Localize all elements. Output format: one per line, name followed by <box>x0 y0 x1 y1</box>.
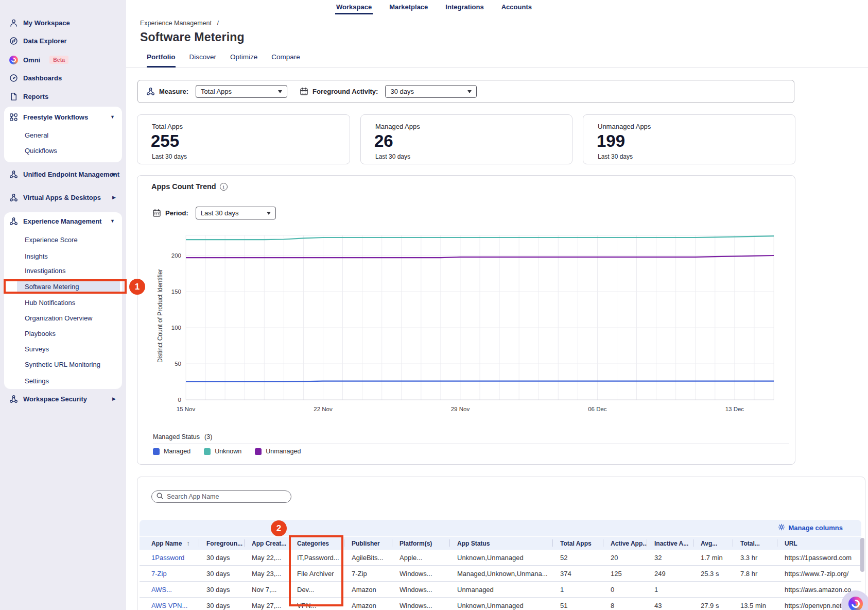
column-header-categories[interactable]: Categories <box>297 537 344 550</box>
top-nav-integrations[interactable]: Integrations <box>444 3 484 14</box>
column-divider <box>733 539 733 547</box>
app-name-link[interactable]: 1Password <box>151 550 199 566</box>
sidebar-item-surveys[interactable]: Surveys <box>25 343 49 354</box>
sidebar-item-organization-overview[interactable]: Organization Overview <box>25 312 93 324</box>
chevron-right-icon[interactable]: ▶ <box>112 172 116 177</box>
column-header-publisher[interactable]: Publisher <box>352 537 392 550</box>
tab-portfolio[interactable]: Portfolio <box>147 53 176 67</box>
legend-item-unknown[interactable]: Unknown <box>204 448 241 455</box>
table-cell: 51 <box>560 598 603 610</box>
sidebar-item-settings[interactable]: Settings <box>25 375 49 386</box>
annotation-step-2: 2 <box>271 520 287 536</box>
breadcrumb[interactable]: Experience Management / <box>140 20 219 27</box>
table-row-aws-vpn[interactable]: AWS VPN...30 daysMay 27,...VPN...AmazonW… <box>140 598 861 610</box>
column-header-inactive-a[interactable]: Inactive A... <box>654 537 693 550</box>
app-name-link[interactable]: AWS... <box>151 582 199 598</box>
foreground-activity-label: Foreground Activity: <box>313 88 378 95</box>
sidebar-group-freestyle-workflows[interactable]: Freestyle Workflows <box>9 111 88 123</box>
table-toolbar: Manage columns <box>140 520 861 536</box>
sidebar-item-label: Data Explorer <box>23 37 67 45</box>
search-input[interactable] <box>167 493 287 500</box>
sidebar-group-experience-management[interactable]: Experience Management <box>9 215 101 227</box>
table-cell: 7.8 hr <box>740 566 777 582</box>
sidebar-item-omni[interactable]: OmniBeta <box>9 54 68 65</box>
sidebar-group-card-experience-management: Experience Management▼Experience ScoreIn… <box>4 212 122 389</box>
table-cell: Amazon <box>352 582 392 598</box>
stat-card-label: Managed Apps <box>375 123 420 130</box>
top-nav-marketplace[interactable]: Marketplace <box>388 3 429 14</box>
table-row-aws[interactable]: AWS...30 daysNov 7,...Dev...AmazonWindow… <box>140 582 861 598</box>
table-cell: 30 days <box>206 566 244 582</box>
app-name-link[interactable]: AWS VPN... <box>151 598 199 610</box>
top-nav-workspace[interactable]: Workspace <box>335 3 373 14</box>
table-cell: https://1password.com <box>785 550 861 566</box>
apps-count-trend-card: Apps Count Trend i Period: Last 30 days … <box>137 175 795 465</box>
app-name-link[interactable]: 7-Zip <box>151 566 199 582</box>
column-header-platform-s[interactable]: Platform(s) <box>400 537 449 550</box>
chevron-down-icon[interactable]: ▼ <box>110 218 115 224</box>
table-cell: 27.9 s <box>701 598 733 610</box>
column-divider <box>344 539 344 547</box>
table-cell: 20 <box>611 550 647 566</box>
top-nav-accounts[interactable]: Accounts <box>500 3 533 14</box>
table-cell: 52 <box>560 550 603 566</box>
sidebar-item-playbooks[interactable]: Playbooks <box>25 328 56 339</box>
legend-item-unmanaged[interactable]: Unmanaged <box>255 448 301 455</box>
sidebar-item-software-metering[interactable]: Software Metering <box>25 281 79 292</box>
legend-item-managed[interactable]: Managed <box>153 448 190 455</box>
sidebar-item-investigations[interactable]: Investigations <box>25 265 66 276</box>
breadcrumb-text[interactable]: Experience Management <box>140 20 212 27</box>
chevron-down-icon[interactable]: ▼ <box>110 114 115 120</box>
table-row-7-zip[interactable]: 7-Zip30 daysMay 23,...File Archiver7-Zip… <box>140 566 861 582</box>
tab-optimize[interactable]: Optimize <box>230 53 257 67</box>
svg-text:100: 100 <box>171 325 181 331</box>
sidebar-item-dashboards[interactable]: Dashboards <box>9 72 62 83</box>
sidebar-group-virtual-apps-desktops[interactable]: Virtual Apps & Desktops <box>9 192 101 203</box>
app-root: WorkspaceMarketplaceIntegrationsAccounts… <box>0 0 868 610</box>
sidebar-group-unified-endpoint-management[interactable]: Unified Endpoint Management <box>9 168 119 180</box>
column-header-active-app[interactable]: Active App... <box>611 537 647 550</box>
measure-select[interactable]: Total Apps <box>196 85 287 98</box>
sidebar-group-workspace-security[interactable]: Workspace Security <box>9 393 87 404</box>
table-scrollbar[interactable] <box>860 538 864 572</box>
column-header-app-name[interactable]: App Name↑ <box>151 537 199 550</box>
svg-text:15 Nov: 15 Nov <box>177 406 196 412</box>
svg-text:13 Dec: 13 Dec <box>725 406 744 412</box>
column-header-url[interactable]: URL <box>785 537 861 550</box>
app-search <box>151 490 291 503</box>
tab-compare[interactable]: Compare <box>271 53 300 67</box>
sidebar-item-quickflows[interactable]: Quickflows <box>25 145 57 156</box>
workflow-icon <box>9 113 18 122</box>
sidebar-item-my-workspace[interactable]: My Workspace <box>9 17 70 28</box>
sidebar-item-insights[interactable]: Insights <box>25 250 48 262</box>
sidebar-item-reports[interactable]: Reports <box>9 91 48 102</box>
column-header-foregroun[interactable]: Foregroun... <box>206 537 244 550</box>
sidebar-item-general[interactable]: General <box>25 129 48 141</box>
tab-discover[interactable]: Discover <box>189 53 217 67</box>
sidebar-item-experience-score[interactable]: Experience Score <box>25 234 78 245</box>
sidebar-item-synthetic-url-monitoring[interactable]: Synthetic URL Monitoring <box>25 359 100 370</box>
column-divider <box>199 539 199 547</box>
table-cell: Dev... <box>297 582 344 598</box>
foreground-activity-select[interactable]: 30 days <box>385 85 477 98</box>
chevron-right-icon[interactable]: ▶ <box>112 396 116 401</box>
table-cell: 32 <box>654 550 693 566</box>
sidebar-item-hub-notifications[interactable]: Hub Notifications <box>25 297 75 308</box>
manage-columns-button[interactable]: Manage columns <box>778 523 843 532</box>
column-header-avg[interactable]: Avg... <box>701 537 733 550</box>
table-cell: May 23,... <box>252 566 289 582</box>
assistant-logo-icon <box>848 597 863 610</box>
sidebar-item-data-explorer[interactable]: Data Explorer <box>9 35 67 46</box>
chevron-right-icon[interactable]: ▶ <box>112 195 116 200</box>
table-row-1password[interactable]: 1Password30 daysMay 22,...IT,Password...… <box>140 550 861 566</box>
cluster-icon <box>9 217 18 226</box>
column-header-app-creat[interactable]: App Creat... <box>252 537 289 550</box>
top-nav: WorkspaceMarketplaceIntegrationsAccounts <box>0 0 868 14</box>
column-header-total[interactable]: Total... <box>740 537 777 550</box>
svg-text:200: 200 <box>171 252 181 259</box>
column-header-app-status[interactable]: App Status <box>457 537 552 550</box>
measure-select-value: Total Apps <box>201 88 232 95</box>
column-header-total-apps[interactable]: Total Apps <box>560 537 603 550</box>
column-divider <box>449 539 450 547</box>
sort-ascending-icon[interactable]: ↑ <box>186 539 190 547</box>
